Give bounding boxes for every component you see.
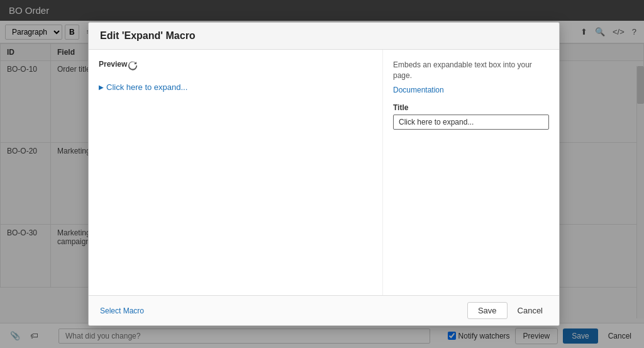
modal-body: Preview Click here to expand... Embeds a… [89, 50, 559, 295]
select-macro-link[interactable]: Select Macro [100, 306, 144, 315]
title-input[interactable] [393, 115, 549, 130]
preview-label: Preview [99, 60, 127, 69]
preview-expand-text: Click here to expand... [106, 82, 187, 92]
documentation-link[interactable]: Documentation [393, 86, 444, 94]
modal-header: Edit 'Expand' Macro [89, 23, 559, 50]
modal-title: Edit 'Expand' Macro [100, 30, 196, 41]
modal-dialog: Edit 'Expand' Macro Preview Click here t… [88, 22, 560, 326]
refresh-button[interactable] [127, 60, 138, 74]
settings-pane: Embeds an expandable text box into your … [383, 50, 559, 295]
preview-pane: Preview Click here to expand... [89, 50, 383, 295]
settings-description: Embeds an expandable text box into your … [393, 60, 549, 81]
modal-footer: Select Macro Save Cancel [89, 295, 559, 325]
modal-cancel-button[interactable]: Cancel [513, 303, 548, 318]
preview-expand-link[interactable]: Click here to expand... [99, 82, 372, 92]
modal-save-button[interactable]: Save [467, 302, 508, 319]
title-field-label: Title [393, 103, 549, 112]
modal-footer-buttons: Save Cancel [467, 302, 548, 319]
